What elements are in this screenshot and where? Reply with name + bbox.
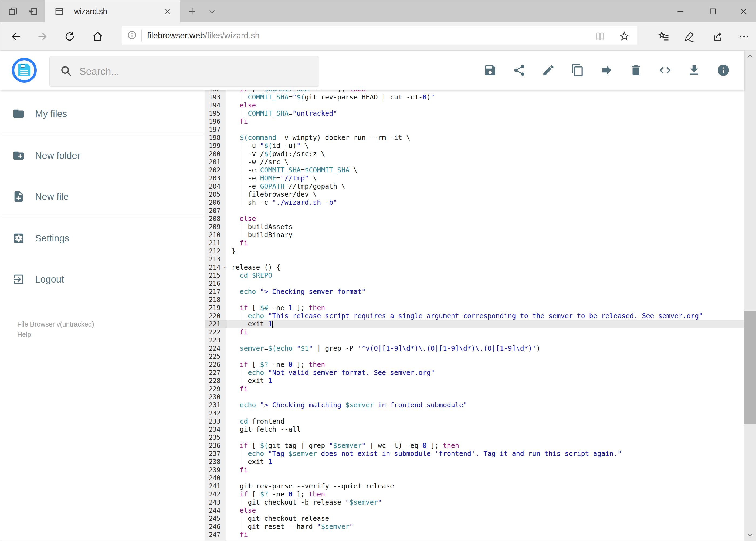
code-line[interactable]: 208 else xyxy=(205,215,744,223)
code-line[interactable]: 243 git checkout -b release "$semver" xyxy=(205,498,744,506)
sidebar-item-new-file[interactable]: New file xyxy=(0,184,205,210)
code-line[interactable]: 217 echo "> Checking semver format" xyxy=(205,287,744,296)
more-options-icon[interactable] xyxy=(738,31,750,42)
code-line[interactable]: 205 filebrowser/dev \ xyxy=(205,191,744,199)
page-scrollbar[interactable] xyxy=(744,51,756,541)
save-button[interactable] xyxy=(483,64,497,77)
code-line[interactable]: 240 xyxy=(205,474,744,482)
code-line[interactable]: 242 if [ $? -ne 0 ]; then xyxy=(205,490,744,498)
code-line[interactable]: 227 echo "Not valid semver format. See s… xyxy=(205,369,744,377)
code-line[interactable]: 234 git fetch --all xyxy=(205,425,744,433)
scrollbar-thumb[interactable] xyxy=(744,311,756,424)
browser-tab[interactable]: wizard.sh xyxy=(45,0,180,22)
refresh-icon[interactable] xyxy=(64,31,76,42)
code-line[interactable]: 193 COMMIT_SHA="$(git rev-parse HEAD | c… xyxy=(205,93,744,101)
code-line[interactable]: 222 fi xyxy=(205,328,744,336)
code-line[interactable]: 212} xyxy=(205,247,744,255)
code-line[interactable]: 201 -w //src \ xyxy=(205,158,744,166)
code-line[interactable]: 229 fi xyxy=(205,385,744,393)
code-line[interactable]: 246 git reset --hard "$semver" xyxy=(205,523,744,531)
move-button[interactable] xyxy=(600,64,614,77)
code-line[interactable]: 225 xyxy=(205,352,744,360)
maximize-button[interactable] xyxy=(703,0,722,22)
code-line[interactable]: 204 -e GOPATH=//tmp/gopath \ xyxy=(205,182,744,191)
code-line[interactable]: 230 xyxy=(205,393,744,401)
code-line[interactable]: 206 sh -c "./wizard.sh -b" xyxy=(205,199,744,207)
code-line[interactable]: 210 buildBinary xyxy=(205,231,744,239)
download-button[interactable] xyxy=(687,64,701,77)
tab-close-icon[interactable] xyxy=(163,7,172,16)
code-line[interactable]: 200 -v /$(pwd):/src:z \ xyxy=(205,150,744,158)
help-link[interactable]: Help xyxy=(17,329,94,339)
scroll-down-icon[interactable] xyxy=(744,529,756,541)
scroll-up-icon[interactable] xyxy=(744,51,756,62)
code-line[interactable]: 195 COMMIT_SHA="untracked" xyxy=(205,109,744,118)
code-line[interactable]: 218 xyxy=(205,296,744,304)
code-line[interactable]: 237 echo "Tag $semver does not exist in … xyxy=(205,450,744,458)
code-line[interactable]: 207 xyxy=(205,207,744,215)
new-tab-button[interactable] xyxy=(186,0,198,22)
sidebar-item-logout[interactable]: Logout xyxy=(0,266,205,292)
copy-button[interactable] xyxy=(571,64,584,77)
code-line[interactable]: 203 -e HOME="//tmp" \ xyxy=(205,174,744,182)
code-line[interactable]: 224 semver=$(echo "$1" | grep -P '^v(0|[… xyxy=(205,344,744,352)
code-line[interactable]: 219 if [ $# -ne 1 ]; then xyxy=(205,304,744,312)
code-line[interactable]: 238 exit 1 xyxy=(205,458,744,466)
code-line[interactable]: 197 xyxy=(205,126,744,134)
minimize-button[interactable] xyxy=(671,0,690,22)
hub-favorites-icon[interactable] xyxy=(658,31,670,42)
code-line[interactable]: 192 if [ "$COMMIT_SHA" = "" ]; then xyxy=(205,90,744,93)
edit-button[interactable] xyxy=(542,64,555,77)
sidebar-item-settings[interactable]: Settings xyxy=(0,225,205,251)
favorite-star-icon[interactable] xyxy=(618,30,630,42)
code-line[interactable]: 247 fi xyxy=(205,531,744,539)
set-tabs-aside-icon[interactable] xyxy=(27,0,39,22)
code-line[interactable]: 235 xyxy=(205,433,744,442)
sidebar-item-my-files[interactable]: My files xyxy=(0,101,205,127)
code-line[interactable]: 194 else xyxy=(205,101,744,109)
code-button[interactable] xyxy=(658,64,672,77)
code-editor[interactable]: 192 if [ "$COMMIT_SHA" = "" ]; then193 C… xyxy=(205,90,744,541)
code-line[interactable]: 221 exit 1 xyxy=(205,320,744,328)
code-line[interactable]: 239 fi xyxy=(205,466,744,474)
code-line[interactable]: 233 cd frontend xyxy=(205,417,744,425)
code-line[interactable]: 232 xyxy=(205,409,744,417)
code-line[interactable]: 211 fi xyxy=(205,239,744,247)
code-line[interactable]: 244 else xyxy=(205,506,744,515)
forward-icon[interactable] xyxy=(36,31,48,42)
filebrowser-logo[interactable] xyxy=(12,58,37,83)
annotate-pen-icon[interactable] xyxy=(683,31,695,42)
code-line[interactable]: 245 git checkout release xyxy=(205,515,744,523)
fold-arrow-icon[interactable]: ▾ xyxy=(223,264,226,271)
code-line[interactable]: 213 xyxy=(205,255,744,264)
code-line[interactable]: 228 exit 1 xyxy=(205,377,744,385)
close-button[interactable] xyxy=(734,0,753,22)
code-line[interactable]: 241 git rev-parse --verify --quiet relea… xyxy=(205,482,744,490)
search-bar[interactable] xyxy=(49,56,319,87)
search-input[interactable] xyxy=(79,66,295,77)
url-field[interactable]: filebrowser.web/files/wizard.sh xyxy=(122,26,637,45)
code-line[interactable]: 215 cd $REPO xyxy=(205,271,744,279)
code-line[interactable]: 231 echo "> Checking matching $semver in… xyxy=(205,401,744,409)
delete-button[interactable] xyxy=(629,64,642,77)
info-button[interactable] xyxy=(717,64,730,77)
code-line[interactable]: 214▾release () { xyxy=(205,264,744,271)
tab-preview-icon[interactable] xyxy=(7,0,19,22)
share-button[interactable] xyxy=(513,64,526,77)
site-info-icon[interactable] xyxy=(127,30,137,41)
back-icon[interactable] xyxy=(10,31,22,42)
share-icon-browser[interactable] xyxy=(712,31,724,42)
code-line[interactable]: 220 echo "This release script requires a… xyxy=(205,312,744,320)
sidebar-item-new-folder[interactable]: New folder xyxy=(0,143,205,169)
code-line[interactable]: 198 $(command -v winpty) docker run --rm… xyxy=(205,134,744,142)
code-line[interactable]: 202 -e COMMIT_SHA=$COMMIT_SHA \ xyxy=(205,166,744,174)
home-icon[interactable] xyxy=(92,31,104,42)
code-line[interactable]: 236 if [ $(git tag | grep "$semver" | wc… xyxy=(205,442,744,450)
code-line[interactable]: 196 fi xyxy=(205,118,744,126)
tab-list-chevron-icon[interactable] xyxy=(206,0,218,22)
code-line[interactable]: 216 xyxy=(205,279,744,287)
code-line[interactable]: 226 if [ $? -ne 0 ]; then xyxy=(205,360,744,369)
code-line[interactable]: 209 buildAssets xyxy=(205,223,744,231)
code-line[interactable]: 199 -u "$(id -u)" \ xyxy=(205,142,744,150)
code-line[interactable]: 223 xyxy=(205,336,744,344)
